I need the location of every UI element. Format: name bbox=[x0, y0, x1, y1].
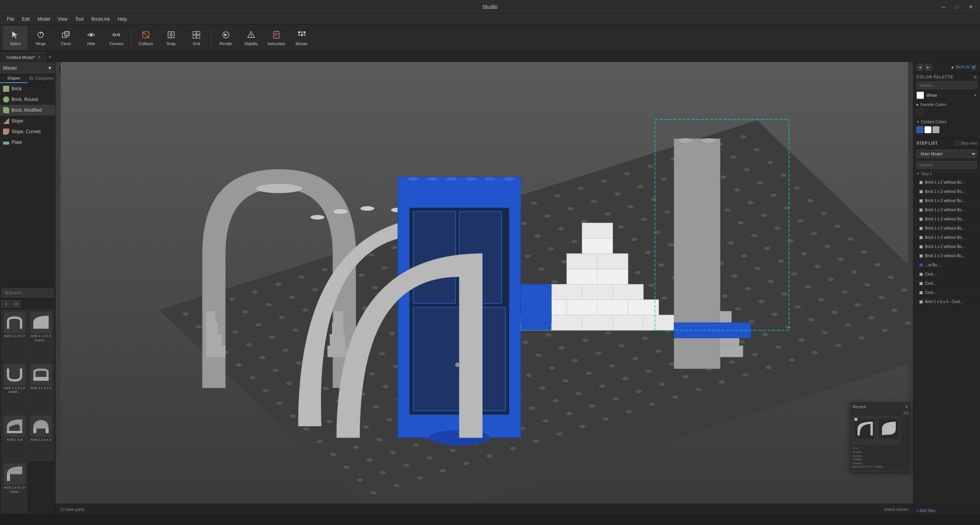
mosaic-tool[interactable]: Mosaic bbox=[289, 26, 314, 50]
select-tool[interactable]: Select bbox=[3, 26, 28, 50]
part-thumb-arch1x3x2invert bbox=[4, 364, 25, 385]
list-item[interactable]: ...ut Bo... bbox=[913, 261, 980, 270]
sign-in-button[interactable]: SIGN IN bbox=[956, 65, 970, 69]
color-light-gray[interactable] bbox=[933, 126, 939, 133]
menu-help[interactable]: Help bbox=[114, 15, 131, 23]
part-arch1x3x2invert[interactable]: Arch 1 x 3 x 2 Invert... bbox=[2, 362, 27, 413]
step-item-icon bbox=[920, 291, 923, 294]
svg-line-10 bbox=[143, 32, 149, 38]
list-item[interactable]: Cont... bbox=[913, 270, 980, 279]
bl-categories-tab[interactable]: BL Categories bbox=[28, 74, 55, 83]
color-palette-settings-button[interactable]: ⚙ bbox=[973, 75, 977, 79]
menu-bricklink[interactable]: BrickLink bbox=[88, 15, 114, 23]
part-thumb-arch1x3x2curve bbox=[30, 312, 52, 333]
select-label: Select bbox=[10, 42, 21, 46]
view-list-button[interactable]: ≡ bbox=[2, 300, 11, 308]
step-view-checkbox[interactable] bbox=[955, 141, 959, 145]
menu-tool[interactable]: Tool bbox=[72, 15, 88, 23]
part-arch1x3x2curve[interactable]: Arch 1 x 3 x 2 Curve... bbox=[28, 310, 54, 361]
recent-item-2[interactable] bbox=[877, 417, 900, 444]
hinge-tool[interactable]: Hinge bbox=[28, 26, 53, 50]
content-colors-header[interactable]: ▼ Content Colors bbox=[916, 119, 977, 125]
selected-color-swatch[interactable] bbox=[916, 91, 924, 99]
recent-item-1[interactable] bbox=[853, 417, 875, 444]
grid-tool[interactable]: Grid bbox=[184, 26, 209, 50]
menu-view[interactable]: View bbox=[54, 15, 72, 23]
part-arch1x3x2[interactable]: Arch 1 x 3 x 2 bbox=[2, 310, 27, 361]
color-palette-section: COLOR PALETTE ⚙ White ▼ ▶ Favorite Color… bbox=[913, 73, 980, 139]
snap-tool[interactable]: Snap bbox=[159, 26, 183, 50]
category-slope-curved[interactable]: Slope, Curved bbox=[0, 126, 55, 137]
select-icon bbox=[10, 29, 21, 40]
left-panel: Master ▼ Shapes BL Categories Brick Bric… bbox=[0, 62, 56, 514]
part-label-arch1x3x2: Arch 1 x 3 x 2 bbox=[4, 334, 25, 338]
list-item[interactable]: Brick 1 x 2 without Bo... bbox=[913, 215, 980, 224]
recent-item-1-thumb bbox=[854, 419, 874, 439]
hide-tool[interactable]: Hide bbox=[79, 26, 103, 50]
add-step-button[interactable]: + Add Step bbox=[913, 507, 980, 514]
tab-untitled-model[interactable]: Untitled Model* ✕ bbox=[2, 52, 46, 62]
connect-tool[interactable]: Connect bbox=[104, 26, 129, 50]
recent-close-button[interactable]: ✕ bbox=[905, 404, 908, 409]
part-arch1x4[interactable]: Arch 1 x 4 bbox=[2, 414, 27, 461]
category-slope[interactable]: Slope bbox=[0, 116, 55, 126]
instruction-icon bbox=[271, 29, 282, 40]
part-arch1x5x4[interactable]: Arch 1 x 5 x 4 - Cont... bbox=[2, 461, 27, 513]
close-button[interactable]: ✕ bbox=[965, 2, 977, 11]
tab-close-icon[interactable]: ✕ bbox=[38, 55, 41, 59]
svg-rect-458 bbox=[582, 284, 612, 300]
list-item[interactable]: Brick 1 x 2 without Bo... bbox=[913, 224, 980, 233]
color-dropdown-arrow[interactable]: ▼ bbox=[973, 93, 977, 97]
color-white[interactable] bbox=[924, 126, 931, 133]
model-select[interactable]: Main Model bbox=[916, 150, 977, 158]
check-issues-button[interactable]: check issues bbox=[884, 507, 908, 512]
list-item[interactable]: Brick 1 x 2 without Bo... bbox=[913, 205, 980, 215]
category-brick[interactable]: Brick bbox=[0, 83, 55, 94]
svg-rect-39 bbox=[7, 474, 10, 481]
list-item[interactable]: Cont... bbox=[913, 279, 980, 288]
view-grid-button[interactable]: ⊞ bbox=[11, 300, 21, 308]
color-search-input[interactable] bbox=[916, 82, 977, 89]
cart-icon[interactable]: 🛒 bbox=[971, 65, 977, 70]
menu-model[interactable]: Model bbox=[34, 15, 54, 23]
search-input[interactable] bbox=[8, 290, 51, 295]
part-arch1x3x3[interactable]: Arch 1 x 3 x 3 bbox=[28, 362, 54, 413]
step-item-icon bbox=[920, 218, 923, 221]
list-item[interactable]: Brick 1 x 2 without Bo... bbox=[913, 242, 980, 251]
list-item[interactable]: Brick 1 x 2 without Bo... bbox=[913, 196, 980, 205]
list-item[interactable]: Brick 1 x 2 without Bo... bbox=[913, 178, 980, 187]
recent-item-label-1: th 4 bbox=[853, 447, 908, 450]
step-view-toggle: Step view bbox=[955, 141, 977, 145]
add-favorite-color-button[interactable]: + bbox=[916, 109, 923, 116]
render-label: Render bbox=[220, 42, 232, 46]
master-dropdown[interactable]: Master ▼ bbox=[0, 62, 55, 74]
parts-grid: Arch 1 x 3 x 2 Arch 1 x 3 x 2 Curve... A… bbox=[0, 308, 55, 514]
favorite-colors-header[interactable]: ▶ Favorite Colors bbox=[916, 101, 977, 108]
color-blue[interactable] bbox=[916, 126, 923, 133]
list-item[interactable]: Cont... bbox=[913, 288, 980, 297]
shapes-tab[interactable]: Shapes bbox=[0, 74, 28, 83]
collision-tool[interactable]: Collision bbox=[134, 26, 158, 50]
svg-rect-427 bbox=[334, 311, 343, 323]
category-brick-round[interactable]: Brick, Round bbox=[0, 94, 55, 105]
new-tab-button[interactable]: + bbox=[46, 52, 55, 62]
stability-tool[interactable]: Stability bbox=[239, 26, 263, 50]
menu-file[interactable]: File bbox=[3, 15, 18, 23]
category-brick-modified[interactable]: Brick, Modified bbox=[0, 105, 55, 116]
nav-forward-button[interactable]: ▶ bbox=[925, 64, 932, 71]
menu-edit[interactable]: Edit bbox=[18, 15, 34, 23]
clone-tool[interactable]: Clone bbox=[54, 26, 78, 50]
step-search-input[interactable] bbox=[916, 161, 977, 169]
nav-back-button[interactable]: ◀ bbox=[916, 64, 923, 71]
step-header[interactable]: ▼ Step 1 bbox=[913, 170, 980, 178]
part-arch1x4x2[interactable]: Arch 1 x 4 x 2 bbox=[28, 414, 54, 461]
list-item[interactable]: Arch 1 x 5 x 4 - Cont... bbox=[913, 297, 980, 307]
maximize-button[interactable]: □ bbox=[951, 2, 963, 11]
minimize-button[interactable]: — bbox=[937, 2, 949, 11]
list-item[interactable]: Brick 1 x 2 without Bo... bbox=[913, 251, 980, 261]
list-item[interactable]: Brick 1 x 2 without Bo... bbox=[913, 187, 980, 196]
list-item[interactable]: Brick 1 x 2 without Bo... bbox=[913, 233, 980, 242]
render-tool[interactable]: Render bbox=[214, 26, 238, 50]
category-plate[interactable]: Plate bbox=[0, 137, 55, 148]
instruction-tool[interactable]: Instruction bbox=[264, 26, 289, 50]
